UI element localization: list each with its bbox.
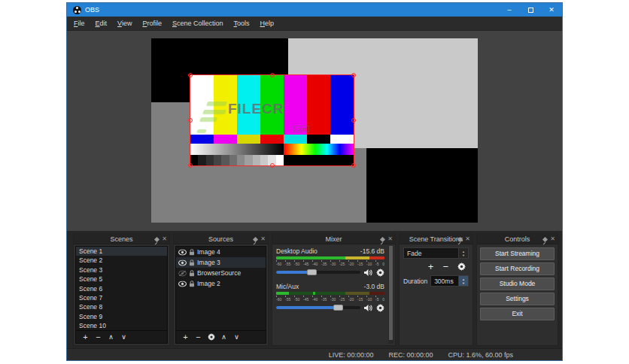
channel-volume-db: -15.6 dB [360,247,384,255]
resize-handle-bottom-middle[interactable] [270,163,275,168]
scenes-panel-header[interactable]: Scenes ✕ [74,234,169,244]
scene-list-item[interactable]: Scene 1 [76,247,167,256]
lock-icon[interactable] [189,259,195,266]
close-icon[interactable]: ✕ [465,236,470,242]
pin-icon[interactable] [542,236,548,241]
scene-list-item[interactable]: Scene 9 [76,312,167,321]
close-icon[interactable]: ✕ [387,236,393,242]
scene-list-item[interactable]: Scene 2 [76,256,167,265]
menu-item[interactable]: Profile [137,18,167,29]
eye-icon[interactable] [178,249,187,256]
mixer-panel-header[interactable]: Mixer ✕ [272,234,395,244]
watermark-suffix: .com [293,126,309,132]
remove-transition-button[interactable]: − [442,261,448,272]
add-scene-button[interactable]: + [79,332,92,341]
duration-spinbox[interactable]: 300ms ▲ ▼ [430,275,469,287]
pin-icon[interactable] [380,236,385,241]
eye-icon[interactable] [178,259,187,266]
scene-list-item[interactable]: Scene 6 [76,284,167,293]
sources-panel-header[interactable]: Sources ✕ [174,234,268,244]
eye-icon[interactable] [178,281,187,287]
menu-item[interactable]: Tools [229,18,255,29]
speaker-icon[interactable] [364,268,372,277]
control-button[interactable]: Exit [480,308,555,320]
source-properties-gear-icon[interactable] [205,332,217,342]
watermark-leaf-icon [202,110,226,114]
combo-arrows[interactable]: ▲ ▼ [458,248,468,258]
control-button[interactable]: Studio Mode [480,278,555,290]
volume-slider-handle[interactable] [307,269,317,275]
controls-panel-header[interactable]: Controls ✕ [477,234,558,244]
source-list-item[interactable]: Image 4 [176,247,266,257]
resize-handle-middle-left[interactable] [188,118,193,123]
control-button[interactable]: Start Recording [480,262,555,275]
dock-area: Scenes ✕ Scene 1Scene 2Scene 3Scene 5Sce… [67,231,562,348]
scene-transitions-panel: Scene Transitions ✕ Fade ▲ ▼ + − [399,233,473,346]
scene-list-item[interactable]: Scene 8 [76,302,167,311]
scrollbar-thumb[interactable] [389,246,393,340]
add-transition-button[interactable]: + [428,261,434,272]
scene-list-item[interactable]: Scene 10 [76,321,167,330]
source-list-item[interactable]: Image 3 [176,257,266,268]
remove-source-button[interactable]: − [192,332,205,341]
spinbox-arrows[interactable]: ▲ ▼ [458,276,468,286]
volume-slider-handle[interactable] [333,305,343,311]
transitions-content: Fade ▲ ▼ + − Duration 300ms [400,244,473,345]
transition-properties-gear-icon[interactable] [457,262,466,271]
minimize-button[interactable]: – [499,3,520,17]
gear-icon[interactable] [376,268,384,277]
close-icon[interactable]: ✕ [260,236,266,242]
menu-item[interactable]: Help [255,18,280,29]
resize-handle-bottom-right[interactable] [351,163,356,168]
add-source-button[interactable]: + [179,332,192,341]
lock-icon[interactable] [189,270,195,277]
volume-slider[interactable] [276,271,360,274]
maximize-button[interactable] [520,3,541,17]
volume-slider[interactable] [276,306,360,309]
close-icon[interactable]: ✕ [162,236,167,242]
menu-item[interactable]: View [112,18,137,29]
spin-down-icon: ▼ [462,281,465,285]
pin-icon[interactable] [253,236,258,241]
mixer-scrollbar[interactable] [388,246,394,344]
menu-bar: FileEditViewProfileScene CollectionTools… [67,17,562,30]
resize-handle-top-left[interactable] [188,73,193,77]
move-scene-up-button[interactable]: ∧ [105,333,117,341]
source-list-item[interactable]: Image 2 [176,278,266,289]
title-bar[interactable]: OBS – ✕ [67,3,562,17]
close-icon[interactable]: ✕ [550,236,555,242]
resize-handle-top-right[interactable] [351,73,356,77]
preview-area: FILECR .com [67,30,562,231]
eye-slash-icon[interactable] [178,270,187,277]
scene-list-item[interactable]: Scene 5 [76,275,167,284]
menu-item[interactable]: Scene Collection [167,18,229,29]
transitions-panel-header[interactable]: Scene Transitions ✕ [400,234,473,244]
transition-select[interactable]: Fade ▲ ▼ [403,247,469,259]
pin-icon[interactable] [457,236,463,241]
selected-source-colorbars[interactable]: FILECR .com [190,75,354,165]
scene-list-item[interactable]: Scene 7 [76,293,167,302]
menu-item[interactable]: File [68,18,90,29]
scenes-listbox: Scene 1Scene 2Scene 3Scene 5Scene 6Scene… [75,246,168,344]
lock-icon[interactable] [189,281,195,287]
move-source-down-button[interactable]: ∨ [230,333,243,341]
move-scene-down-button[interactable]: ∨ [117,333,130,341]
close-button[interactable]: ✕ [541,3,562,17]
control-button[interactable]: Settings [480,293,555,305]
resize-handle-top-middle[interactable] [270,73,275,77]
remove-scene-button[interactable]: − [92,332,105,341]
channel-name: Desktop Audio [276,247,318,255]
scene-list-item[interactable]: Scene 3 [76,265,167,275]
source-list-item[interactable]: BrowserSource [176,268,266,278]
resize-handle-middle-right[interactable] [351,118,356,123]
control-button[interactable]: Start Streaming [480,247,555,260]
move-source-up-button[interactable]: ∧ [217,333,230,341]
lock-icon[interactable] [189,249,195,256]
pin-icon[interactable] [154,236,160,241]
gear-icon[interactable] [376,304,384,312]
menu-item[interactable]: Edit [90,18,113,29]
scene-black-region-bottom-right[interactable] [366,148,478,223]
speaker-icon[interactable] [364,304,372,312]
resize-handle-bottom-left[interactable] [188,163,193,168]
tick-label: -10 [366,262,372,266]
